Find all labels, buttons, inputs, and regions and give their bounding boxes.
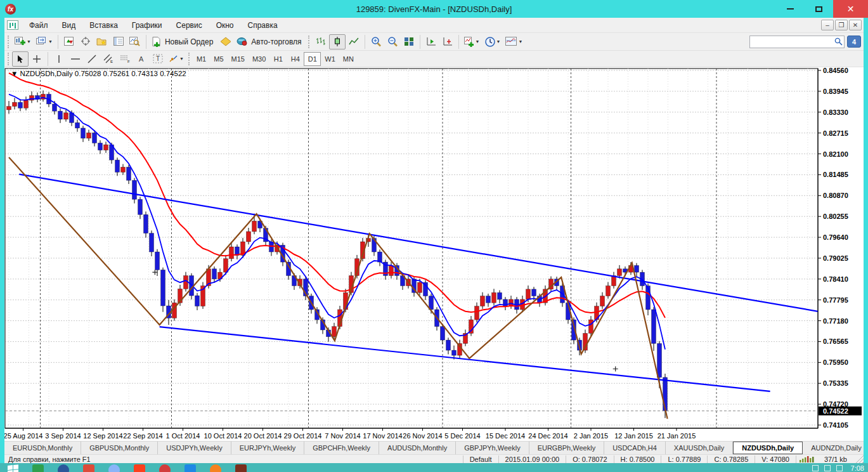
taskbar-app-icon[interactable] [210,464,221,472]
chart-tab[interactable]: EURJPYh,Weekly [231,442,304,454]
new-order-button[interactable]: Новый Ордер [149,34,217,49]
status-segments: Default2015.01.09 00:00O: 0.78072H: 0.78… [463,455,796,463]
strategy-tester-button[interactable] [127,34,143,49]
taskbar-app-icon[interactable] [83,464,94,472]
menu-item-2[interactable]: Вставка [82,18,125,32]
resize-grip[interactable] [855,456,864,463]
zoom-out-button[interactable] [384,34,401,49]
market-watch-button[interactable] [61,34,77,49]
menu-item-1[interactable]: Вид [55,18,83,32]
chart-tab[interactable]: XAUUSDh,Daily [666,442,733,454]
navigator-icon [96,37,107,46]
timeframe-d1[interactable]: D1 [304,52,321,66]
system-tray[interactable] [812,465,843,471]
taskbar-app-icon[interactable] [108,464,120,472]
chart-tab[interactable]: USDJPYh,Weekly [158,442,231,454]
text-tool-button[interactable]: A [133,51,150,67]
vertical-line-tool-button[interactable] [51,51,67,67]
trendline-tool-button[interactable] [84,51,100,67]
mdi-close-button[interactable]: ✕ [849,20,862,30]
start-button[interactable] [8,464,19,472]
arrows-tool-button[interactable]: ▼ [166,51,186,67]
horizontal-line-tool-button[interactable] [67,51,84,67]
timeframe-m15[interactable]: M15 [228,52,249,66]
zoom-in-button[interactable] [368,34,384,49]
community-chat-badge[interactable]: 4 [847,36,861,48]
bull-candle [600,296,605,306]
indicators-icon [464,37,474,47]
price-axis-label: 0.77180 [823,317,848,325]
timeframe-mn[interactable]: MN [339,52,358,66]
menu-item-6[interactable]: Справка [241,18,285,32]
volume-histogram-icon [796,456,818,463]
new-order-icon [152,37,162,47]
timeframe-h4[interactable]: H4 [287,52,304,66]
chart-area[interactable]: 0.845600.839450.833300.827150.821000.814… [4,67,864,441]
data-window-button[interactable] [77,34,94,49]
symbol-ohlc-label: ▼ NZDUSDh,Daily 0.75028 0.75261 0.74313 … [11,70,186,77]
equidistant-channel-tool-button[interactable]: E [100,51,117,67]
chart-shift-button[interactable] [439,34,456,49]
navigator-button[interactable] [94,34,110,49]
timeframe-m30[interactable]: M30 [249,52,269,66]
taskbar-app-icon[interactable] [134,464,145,472]
timeframe-w1[interactable]: W1 [321,52,339,66]
chart-tab[interactable]: GBPUSDh,Monthly [81,442,158,454]
timeframe-m5[interactable]: M5 [210,52,227,66]
fibonacci-tool-button[interactable]: F [117,51,133,67]
chart-tab[interactable]: EURUSDh,Monthly [4,442,81,454]
candlestick-chart-button[interactable] [329,34,346,49]
mdi-minimize-button[interactable]: – [821,20,834,30]
status-segment: Default [463,456,499,463]
toolbar-grip[interactable] [188,53,190,65]
chart-tab[interactable]: AUDNZDh,Daily [803,442,864,454]
timeframe-h1[interactable]: H1 [269,52,287,66]
close-button[interactable]: ✕ [833,0,868,18]
menu-item-0[interactable]: Файл [22,18,55,32]
price-chart[interactable]: 0.845600.839450.833300.827150.821000.814… [4,67,864,441]
bar-chart-button[interactable] [313,34,329,49]
text-label-tool-button[interactable]: T [150,51,166,67]
periods-button[interactable]: ▼ [483,34,503,49]
taskbar-app-icon[interactable] [32,464,44,472]
time-axis-label: 29 Oct 2014 [284,432,322,440]
crosshair-tool-button[interactable] [29,51,45,67]
auto-scroll-button[interactable] [423,34,439,49]
bull-candle [247,232,251,242]
chart-tab[interactable]: EURGBPh,Weekly [529,442,605,454]
metaeditor-button[interactable] [217,34,234,49]
chart-profiles-button[interactable]: ▼ [34,34,55,49]
toolbar-grip[interactable] [8,36,9,48]
templates-button[interactable]: ▼ [503,34,525,49]
taskbar-app-icon[interactable] [159,464,171,472]
search-input[interactable] [749,36,845,48]
taskbar-app-icon[interactable] [185,464,196,472]
menu-item-4[interactable]: Сервис [169,18,209,32]
timeframe-m1[interactable]: M1 [193,52,210,66]
chart-tab[interactable]: GBPCHFh,Weekly [304,442,379,454]
new-chart-button[interactable]: ▼ [12,34,34,49]
chart-tab[interactable]: GBPJPYh,Weekly [456,442,529,454]
chart-system-icon[interactable] [7,20,18,30]
bull-candle [418,282,422,292]
maximize-button[interactable] [805,0,833,18]
chart-tab[interactable]: AUDUSDh,Monthly [379,442,456,454]
chart-tab[interactable]: USDCADh,H4 [604,442,666,454]
menu-item-5[interactable]: Окно [209,18,241,32]
bear-candle [441,327,445,340]
line-chart-button[interactable] [346,34,362,49]
toolbar-grip[interactable] [308,36,309,48]
price-axis-label: 0.83945 [823,88,848,95]
autotrading-button[interactable]: Авто-торговля [234,34,306,49]
chart-tab[interactable]: NZDUSDh,Daily [733,442,803,454]
terminal-button[interactable] [110,34,127,49]
minimize-button[interactable] [776,0,805,18]
taskbar-app-icon[interactable] [58,464,69,472]
toolbar-grip[interactable] [8,53,9,65]
taskbar-app-icon[interactable] [235,464,247,472]
mdi-restore-button[interactable]: ❐ [835,20,848,30]
indicators-button[interactable]: ▼ [462,34,483,49]
menu-item-3[interactable]: Графики [125,18,169,32]
cursor-tool-button[interactable] [12,51,29,67]
tile-windows-button[interactable] [401,34,417,49]
